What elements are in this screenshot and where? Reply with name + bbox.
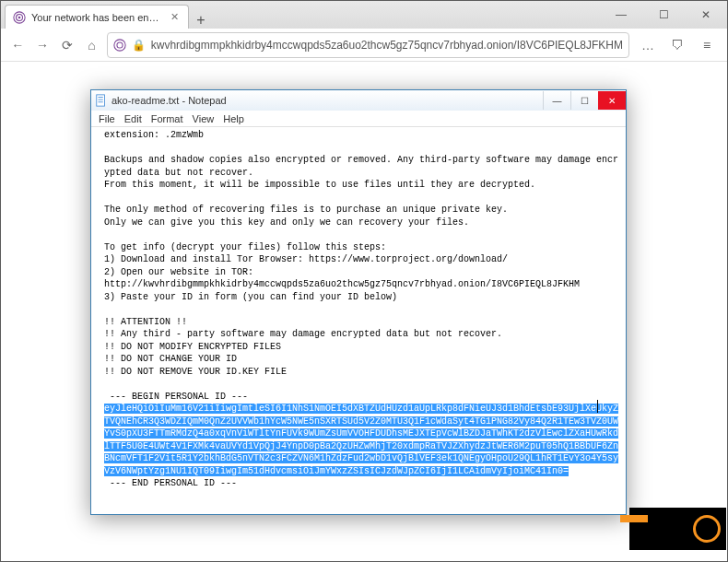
reload-button[interactable]: ⟳ bbox=[57, 32, 76, 58]
browser-tab[interactable]: Your network has been encrypted! ✕ bbox=[5, 5, 189, 29]
notepad-close-button[interactable]: ✕ bbox=[598, 91, 626, 110]
svg-point-4 bbox=[117, 41, 123, 47]
back-button[interactable]: ← bbox=[8, 32, 28, 58]
minimize-button[interactable]: — bbox=[600, 1, 642, 29]
menu-button[interactable]: ≡ bbox=[694, 32, 720, 58]
notepad-titlebar[interactable]: ako-readme.txt - Notepad — ☐ ✕ bbox=[91, 90, 626, 111]
svg-rect-5 bbox=[97, 95, 105, 106]
ornament-ring-icon bbox=[693, 515, 721, 543]
menu-edit[interactable]: Edit bbox=[121, 113, 146, 124]
onion-favicon bbox=[13, 11, 26, 24]
address-bar[interactable]: 🔒 kwvhrdibgmmpkhkidrby4mccwqpds5za6uo2th… bbox=[107, 32, 629, 58]
notepad-window-controls: — ☐ ✕ bbox=[543, 91, 626, 110]
brand-ornament bbox=[629, 508, 726, 550]
browser-toolbar: ← → ⟳ ⌂ 🔒 kwvhrdibgmmpkhkidrby4mccwqpds5… bbox=[1, 29, 727, 62]
note-body-post: --- END PERSONAL ID --- bbox=[104, 478, 237, 488]
menu-view[interactable]: View bbox=[189, 113, 218, 124]
close-button[interactable]: ✕ bbox=[685, 1, 727, 29]
notepad-menubar: File Edit Format View Help bbox=[91, 111, 626, 127]
maximize-button[interactable]: ☐ bbox=[642, 1, 685, 29]
menu-format[interactable]: Format bbox=[147, 113, 187, 124]
tab-close-icon[interactable]: ✕ bbox=[168, 11, 181, 23]
notepad-minimize-button[interactable]: — bbox=[543, 91, 570, 110]
forward-button[interactable]: → bbox=[33, 32, 53, 58]
notepad-icon bbox=[95, 94, 108, 107]
lock-icon: 🔒 bbox=[132, 39, 146, 52]
browser-window-controls: — ☐ ✕ bbox=[600, 1, 727, 29]
menu-file[interactable]: File bbox=[95, 113, 119, 124]
note-body-selected: eyJleHQiOiIuMm16V21iIiwgImtleSI6I1NhS1Nm… bbox=[104, 404, 618, 476]
text-caret bbox=[597, 400, 598, 413]
notepad-window: ako-readme.txt - Notepad — ☐ ✕ File Edit… bbox=[90, 89, 627, 515]
tor-icon bbox=[113, 39, 126, 52]
menu-help[interactable]: Help bbox=[219, 113, 248, 124]
svg-point-3 bbox=[114, 39, 125, 50]
note-body-pre: extension: .2mzWmb Backups and shadow co… bbox=[104, 130, 618, 402]
home-button[interactable]: ⌂ bbox=[82, 32, 101, 58]
ornament-bar bbox=[620, 515, 648, 522]
notepad-text-area[interactable]: extension: .2mzWmb Backups and shadow co… bbox=[91, 127, 626, 514]
svg-point-2 bbox=[18, 16, 21, 18]
notepad-maximize-button[interactable]: ☐ bbox=[570, 91, 598, 110]
page-actions-button[interactable]: … bbox=[635, 32, 661, 58]
url-text: kwvhrdibgmmpkhkidrby4mccwqpds5za6uo2thcw… bbox=[151, 39, 623, 52]
notepad-title: ako-readme.txt - Notepad bbox=[112, 95, 543, 106]
browser-titlebar: Your network has been encrypted! ✕ + — ☐… bbox=[1, 1, 727, 29]
tab-title: Your network has been encrypted! bbox=[31, 12, 162, 23]
new-tab-button[interactable]: + bbox=[189, 12, 213, 29]
shield-icon[interactable]: ⛉ bbox=[664, 32, 690, 58]
